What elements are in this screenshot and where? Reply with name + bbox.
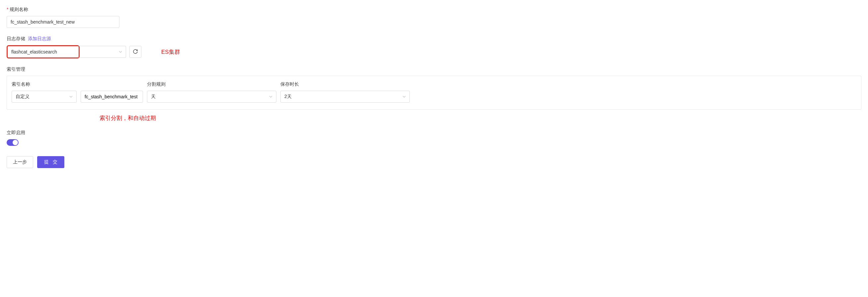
log-storage-selected-value: flashcat_elasticsearch [11,49,57,54]
chevron-down-icon [269,95,273,99]
retention-value: 2天 [284,94,292,100]
retention-select[interactable]: 2天 [280,91,410,103]
index-mgmt-panel: 索引名称 自定义 分割规则 天 保存时长 [7,76,861,110]
chevron-down-icon [69,95,73,99]
submit-button[interactable]: 提 交 [37,156,64,168]
index-name-col: 索引名称 自定义 [11,81,143,103]
refresh-icon [133,49,138,55]
enable-now-group: 立即启用 [7,130,861,147]
index-mgmt-group: 索引管理 索引名称 自定义 分割规则 天 [7,66,861,122]
log-storage-select-tail[interactable] [78,46,126,58]
add-log-source-link[interactable]: 添加日志源 [28,36,51,42]
index-name-type-value: 自定义 [16,94,30,100]
es-cluster-annotation: ES集群 [161,48,180,56]
refresh-button[interactable] [129,46,141,58]
rule-name-group: *规则名称 [7,7,861,28]
split-rule-select[interactable]: 天 [147,91,276,103]
required-star-icon: * [7,7,8,12]
log-storage-select-highlighted[interactable]: flashcat_elasticsearch [7,45,80,58]
split-rule-value: 天 [151,94,156,100]
log-storage-row: flashcat_elasticsearch ES集群 [7,45,861,58]
index-split-annotation: 索引分割，和自动过期 [99,114,861,122]
prev-button[interactable]: 上一步 [7,156,33,168]
enable-now-label: 立即启用 [7,130,861,136]
retention-col: 保存时长 2天 [280,81,410,103]
rule-name-input[interactable] [7,16,119,28]
enable-now-toggle[interactable] [7,139,19,146]
split-rule-col-label: 分割规则 [147,81,276,87]
index-name-input[interactable] [81,91,143,103]
log-storage-label: 日志存储 [7,36,25,42]
index-name-type-select[interactable]: 自定义 [11,91,76,103]
rule-name-label: *规则名称 [7,7,861,12]
log-storage-select-wrapper: flashcat_elasticsearch [7,45,126,58]
retention-col-label: 保存时长 [280,81,410,87]
rule-name-label-text: 规则名称 [10,7,28,12]
index-mgmt-label: 索引管理 [7,66,861,73]
log-storage-group: 日志存储 添加日志源 flashcat_elasticsearch ES集群 [7,36,861,58]
switch-knob [12,140,18,145]
split-rule-col: 分割规则 天 [147,81,276,103]
index-name-col-label: 索引名称 [11,81,143,87]
button-row: 上一步 提 交 [7,156,861,168]
chevron-down-icon [402,95,406,99]
log-storage-label-row: 日志存储 添加日志源 [7,36,861,42]
chevron-down-icon [119,50,122,54]
